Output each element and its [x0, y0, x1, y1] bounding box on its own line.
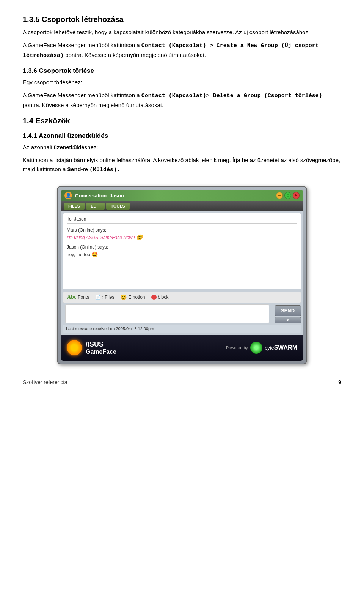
heading-1-3-5: 1.3.5 Csoportok létrehozása	[23, 15, 341, 24]
to-line: To: Jason	[67, 216, 297, 224]
toolbar-files[interactable]: 📄↕ Files	[95, 295, 114, 300]
title-bar: 👤 Conversation: Jason — □ ✕	[61, 190, 303, 201]
menu-edit[interactable]: EDIT	[86, 203, 105, 210]
sender-0: Mars (Online) says:	[67, 227, 297, 233]
message-input[interactable]	[65, 304, 269, 323]
asus-footer: /ISUS GameFace Powered by byteSWARM	[61, 335, 303, 361]
window-outer: 👤 Conversation: Jason — □ ✕ FILES EDIT T…	[57, 186, 307, 364]
emotion-icon: 😊	[120, 294, 127, 300]
byteswarm-icon	[250, 342, 262, 354]
para-1-3-6-2: A GameFace Messenger menüből kattintson …	[23, 91, 341, 110]
files-icon: 📄↕	[95, 295, 103, 300]
section-1-4-1: 1.4.1 Azonnali üzenetküldés Az azonnali …	[23, 132, 341, 175]
window-inner: 👤 Conversation: Jason — □ ✕ FILES EDIT T…	[61, 190, 303, 361]
page-footer: Szoftver referencia 9	[23, 376, 341, 385]
fonts-icon: Abc	[67, 294, 76, 300]
para-1-3-5-2: A GameFace Messenger menüből kattintson …	[23, 41, 341, 60]
gameface-text: GameFace	[86, 348, 116, 355]
toolbar-emotion[interactable]: 😊 Emotion	[120, 294, 145, 300]
window-controls: — □ ✕	[276, 192, 300, 199]
block-icon	[151, 295, 157, 300]
menu-files[interactable]: FILES	[64, 203, 85, 210]
emoji-0: 😊	[136, 234, 143, 240]
toolbar-fonts[interactable]: Abc Fonts	[67, 294, 89, 300]
toolbar-block[interactable]: block	[151, 295, 169, 300]
powered-by-text: Powered by	[226, 345, 248, 350]
section-1-3-5: 1.3.5 Csoportok létrehozása A csoportok …	[23, 15, 341, 60]
status-bar: Last message received on 2005/04/13 12:0…	[63, 325, 301, 333]
chat-area: To: Jason Mars (Online) says: I'm using …	[63, 213, 301, 289]
chat-toolbar: Abc Fonts 📄↕ Files 😊 Emotion block	[63, 292, 301, 303]
emoji-1: 🤩	[91, 251, 98, 257]
menu-bar: FILES EDIT TOOLS	[61, 201, 303, 211]
powered-by-label: Powered by	[226, 345, 248, 350]
section-1-3-6: 1.3.6 Csoportok törlése Egy csoport törl…	[23, 67, 341, 110]
asus-text: /ISUS	[86, 340, 116, 348]
close-button[interactable]: ✕	[293, 192, 300, 199]
send-button[interactable]: SEND	[275, 305, 301, 316]
sender-1: Jason (Online) says:	[67, 244, 297, 251]
section-1-4: 1.4 Eszközök	[23, 117, 341, 125]
para-1-3-5-1: A csoportok lehetővé teszik, hogy a kapc…	[23, 28, 341, 37]
byteswarm-text: byteSWARM	[265, 344, 297, 351]
byteswarm-area: Powered by byteSWARM	[226, 342, 297, 354]
heading-1-4: 1.4 Eszközök	[23, 117, 341, 125]
fonts-label: Fonts	[78, 295, 89, 300]
asus-brand: /ISUS GameFace	[86, 340, 116, 355]
minimize-button[interactable]: —	[276, 192, 283, 199]
sun-icon	[67, 340, 82, 355]
heading-1-3-6: 1.3.6 Csoportok törlése	[23, 67, 341, 75]
send-dropdown[interactable]: ▼	[275, 317, 301, 323]
screenshot-container: 👤 Conversation: Jason — □ ✕ FILES EDIT T…	[57, 186, 307, 364]
heading-1-4-1: 1.4.1 Azonnali üzenetküldés	[23, 132, 341, 140]
chat-text-1: hey, me too 🤩	[67, 251, 297, 258]
chat-message-0: Mars (Online) says: I'm using ASUS GameF…	[67, 227, 297, 241]
menu-tools[interactable]: TOOLS	[106, 203, 130, 210]
chat-text-0: I'm using ASUS GameFace Now ! 😊	[67, 233, 297, 241]
window-title: Conversation: Jason	[75, 193, 124, 199]
emotion-label: Emotion	[128, 295, 145, 300]
para-1-3-6-1: Egy csoport törléséhez:	[23, 78, 341, 87]
title-bar-left: 👤 Conversation: Jason	[64, 192, 124, 199]
block-label: block	[158, 295, 169, 300]
chat-input-area: SEND ▼	[63, 304, 301, 323]
user-icon: 👤	[64, 192, 72, 199]
para-1-4-1-2: Kattintson a listáján bármelyik online f…	[23, 156, 341, 175]
footer-page-number: 9	[338, 379, 341, 385]
footer-left: Szoftver referencia	[23, 379, 67, 385]
maximize-button[interactable]: □	[284, 192, 291, 199]
para-1-4-1-1: Az azonnali üzenetküldéshez:	[23, 143, 341, 152]
files-label: Files	[105, 295, 114, 300]
asus-logo-area: /ISUS GameFace	[67, 340, 116, 355]
chat-message-1: Jason (Online) says: hey, me too 🤩	[67, 244, 297, 258]
